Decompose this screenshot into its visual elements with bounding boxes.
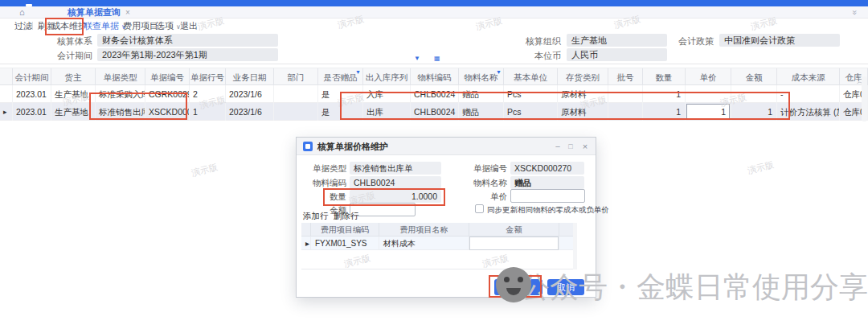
cancel-button[interactable]: 取消 <box>547 279 584 295</box>
toolbar-options-button[interactable]: 选项∨ <box>156 20 181 31</box>
expense-table-scrollbar[interactable] <box>573 223 577 269</box>
cell-price-editor-wrap[interactable]: 1 <box>686 103 731 121</box>
maximize-icon[interactable]: □ <box>565 138 576 155</box>
close-icon[interactable]: × <box>579 138 591 155</box>
cell[interactable]: Pcs <box>504 103 558 121</box>
table-row[interactable]: 2023.01 生产基地 标准采购入库 CGRK00296 2 2023/1/6… <box>0 85 868 103</box>
expense-table-row[interactable]: ▸ FYXM01_SYS 材料成本 <box>301 237 576 250</box>
cell[interactable]: 2023.01 <box>13 103 51 121</box>
grid-settings-icon[interactable]: ▦ <box>434 55 440 62</box>
col-header-dept[interactable]: 部门 <box>274 68 318 86</box>
vertical-scrollbar[interactable] <box>862 76 867 121</box>
cell[interactable]: CGRK00296 <box>145 85 190 103</box>
toolbar-filter-button[interactable]: 过滤 <box>14 20 32 31</box>
col-header-biz-date[interactable]: 业务日期 <box>226 68 274 86</box>
amount-input[interactable] <box>350 203 416 216</box>
dialog-title-bar[interactable]: 核算单据价格维护 − □ × <box>297 138 596 155</box>
cell[interactable] <box>608 85 643 103</box>
cell[interactable]: 2023/1/6 <box>226 85 274 103</box>
col-header-doc-no[interactable]: 单据编号 <box>145 68 190 86</box>
cell[interactable]: 1 <box>190 103 226 121</box>
col-header-line-no[interactable]: 单据行号 <box>190 68 226 86</box>
sync-update-checkbox[interactable] <box>475 204 484 213</box>
cell[interactable] <box>274 85 318 103</box>
cell[interactable]: 原材料 <box>558 85 608 103</box>
toolbar-exit-button[interactable]: 退出 <box>180 20 198 31</box>
cell[interactable]: 是 <box>318 103 363 121</box>
collapse-tabs-icon[interactable]: » <box>848 10 860 14</box>
cell-expense-amount[interactable] <box>469 237 559 250</box>
expense-amount-editor[interactable] <box>469 237 559 250</box>
cell[interactable]: CHLB0024 <box>411 85 459 103</box>
qty-field[interactable]: 1.0000 <box>350 190 441 203</box>
cell[interactable]: 原材料 <box>558 103 608 121</box>
col-header-price[interactable]: 单价 <box>686 68 731 86</box>
cell[interactable] <box>608 103 643 121</box>
field-accounting-period[interactable]: 2023年第1期-2023年第1期 <box>97 48 278 61</box>
cell[interactable]: CHLB0024 <box>411 103 459 121</box>
cell[interactable]: XSCKD000270 <box>145 103 190 121</box>
price-cell-editor[interactable]: 1 <box>686 104 730 120</box>
minimize-icon[interactable]: − <box>552 138 563 155</box>
cell[interactable]: 2 <box>190 85 226 103</box>
ok-button[interactable]: 确定 <box>494 279 542 295</box>
delete-row-button[interactable]: 删除行 <box>334 211 359 222</box>
filter-icon[interactable]: ▼ <box>496 69 502 76</box>
col-header-is-gift[interactable]: 是否赠品▼ <box>318 68 363 86</box>
cell[interactable]: 生产基地 <box>51 103 96 121</box>
col-header-expense-code[interactable]: 费用项目编码 <box>311 223 379 237</box>
material-name-field[interactable]: 赠品 <box>510 176 584 189</box>
cell[interactable]: 1 <box>731 103 777 121</box>
cell[interactable]: 入库 <box>363 85 411 103</box>
cell[interactable]: 2023/1/6 <box>226 103 274 121</box>
col-header-inout-seq[interactable]: 出入库序列 <box>363 68 411 86</box>
cell[interactable]: - <box>777 85 840 103</box>
col-header-stock-category[interactable]: 存货类别 <box>558 68 608 86</box>
col-header-expense-name[interactable]: 费用项目名称 <box>379 223 469 237</box>
toolbar-linked-query-button[interactable]: 联查单据∨ <box>84 20 126 31</box>
cell[interactable]: 1 <box>643 85 686 103</box>
cell[interactable]: 标准采购入库 <box>96 85 145 103</box>
col-header-amount[interactable]: 金额 <box>731 68 777 86</box>
cell[interactable] <box>731 85 777 103</box>
add-row-button[interactable]: 添加行 <box>303 211 329 222</box>
price-input[interactable] <box>510 189 585 203</box>
tab-close-icon[interactable]: × <box>125 8 130 17</box>
table-row-selected[interactable]: ▸ 2023.01 生产基地 标准销售出库单 XSCKD000270 1 202… <box>0 103 868 121</box>
cell[interactable]: Pcs <box>504 85 558 103</box>
col-header-cost-source[interactable]: 成本来源 <box>777 68 840 86</box>
cell[interactable]: 出库 <box>363 103 411 121</box>
field-accounting-system[interactable]: 财务会计核算体系 <box>97 34 278 47</box>
cell[interactable]: 赠品 <box>459 103 504 121</box>
col-header-qty[interactable]: 数量 <box>643 68 686 86</box>
doc-no-field[interactable]: XSCKD000270 <box>510 162 584 175</box>
cell[interactable] <box>274 103 318 121</box>
col-header-expense-amount[interactable]: 金额 <box>469 223 559 237</box>
col-header-material-name[interactable]: 物料名称▼ <box>459 68 504 86</box>
grid-filter-icon[interactable]: ▼ <box>414 55 420 62</box>
filter-icon[interactable]: ▼ <box>355 69 361 76</box>
doc-type-field[interactable]: 标准销售出库单 <box>350 162 441 175</box>
col-header-owner[interactable]: 货主 <box>51 68 96 86</box>
tab-accounting-doc-query[interactable]: 核算单据查询× <box>68 6 130 19</box>
cell-expense-code[interactable]: FYXM01_SYS <box>311 237 379 250</box>
toolbar-cost-maintain-button[interactable]: 成本维护 <box>51 20 87 31</box>
cell[interactable]: 赠品 <box>459 85 504 103</box>
cell[interactable]: 计价方法核算 (加 <box>777 103 840 121</box>
field-base-currency[interactable]: 人民币 <box>567 48 667 61</box>
home-icon[interactable]: ⌂ <box>19 6 25 19</box>
toolbar-expense-item-button[interactable]: 费用项目 <box>123 20 158 31</box>
cell[interactable] <box>686 85 731 103</box>
field-accounting-org[interactable]: 生产基地 <box>567 34 667 47</box>
col-header-base-unit[interactable]: 基本单位 <box>504 68 558 86</box>
cell[interactable]: 生产基地 <box>51 85 96 103</box>
cell[interactable]: 标准销售出库单 <box>96 103 145 121</box>
cell-expense-name[interactable]: 材料成本 <box>379 237 469 250</box>
material-code-field[interactable]: CHLB0024 <box>350 176 441 189</box>
col-header-doc-type[interactable]: 单据类型 <box>96 68 145 86</box>
col-header-period[interactable]: 会计期间 <box>13 68 51 86</box>
col-header-material-code[interactable]: 物料编码 <box>411 68 459 86</box>
cell[interactable]: 2023.01 <box>13 85 51 103</box>
field-accounting-policy[interactable]: 中国准则会计政策 <box>719 34 840 47</box>
cell[interactable]: 是 <box>318 85 363 103</box>
